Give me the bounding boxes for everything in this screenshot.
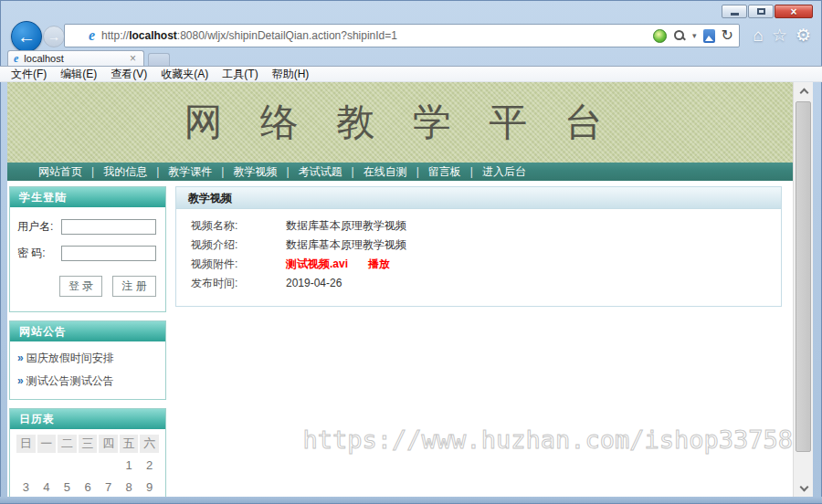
video-intro-row: 视频介绍: 数据库基本原理教学视频 (191, 236, 772, 255)
nav-home[interactable]: 网站首页 (33, 164, 88, 180)
back-button[interactable]: ← (11, 21, 42, 52)
menu-view[interactable]: 查看(V) (111, 67, 147, 82)
cal-date: 1 (120, 455, 139, 475)
cal-date: 2 (140, 455, 159, 475)
cal-date: 4 (37, 477, 57, 497)
nav-separator: | (217, 165, 227, 178)
watermark-text: https://www.huzhan.com/ishop33758 (303, 425, 793, 454)
menu-file[interactable]: 文件(F) (11, 67, 47, 82)
url-host: localhost (129, 29, 177, 42)
browser-window: × ← → e http://localhost:8080/wljx/shipi… (0, 0, 822, 504)
menu-tools[interactable]: 工具(T) (222, 67, 258, 82)
home-icon[interactable]: ⌂ (753, 25, 763, 47)
cal-date: 9 (140, 477, 159, 497)
refresh-icon[interactable]: ↻ (722, 28, 733, 43)
menu-help[interactable]: 帮助(H) (272, 67, 310, 82)
menu-bar: 文件(F) 编辑(E) 查看(V) 收藏夹(A) 工具(T) 帮助(H) (0, 66, 822, 82)
nav-self-test[interactable]: 在线自测 (358, 164, 413, 180)
scrollbar-thumb[interactable] (796, 101, 811, 452)
tab-title: localhost (24, 53, 128, 64)
video-attachment-row: 视频附件: 测试视频.avi播放 (191, 255, 772, 274)
window-titlebar: × (0, 0, 822, 20)
url-path: :8080/wljx/shipinDetailQian.action?shipi… (177, 29, 397, 42)
vertical-scrollbar[interactable] (793, 82, 813, 497)
login-panel: 学生登陆 用户名: 密 码: 登 录 注 册 (9, 186, 166, 312)
bullet-arrow-icon: » (17, 374, 24, 387)
cal-date: 6 (79, 477, 98, 497)
cal-day-header: 日 (16, 435, 36, 453)
new-tab-button[interactable] (148, 53, 170, 66)
cal-date (58, 455, 77, 475)
nav-admin[interactable]: 进入后台 (477, 164, 532, 180)
username-label: 用户名: (17, 219, 61, 235)
maximize-button[interactable] (748, 5, 774, 18)
login-panel-title: 学生登陆 (10, 187, 165, 207)
cal-date (79, 455, 98, 475)
cal-date: 8 (120, 477, 139, 497)
main-nav: 网站首页 | 我的信息 | 教学课件 | 教学视频 | 考试试题 | 在线自测 … (7, 163, 793, 181)
minimize-icon (731, 13, 739, 16)
nav-videos[interactable]: 教学视频 (227, 164, 282, 180)
browser-chrome: ← → e http://localhost:8080/wljx/shipinD… (0, 20, 822, 53)
address-bar[interactable]: e http://localhost:8080/wljx/shipinDetai… (64, 24, 740, 47)
minimize-button[interactable] (722, 5, 747, 18)
forward-button[interactable]: → (43, 26, 65, 47)
menu-favorites[interactable]: 收藏夹(A) (161, 67, 208, 82)
site-banner: 网 络 教 学 平 台 (7, 82, 793, 163)
favorites-star-icon[interactable]: ☆ (772, 25, 787, 47)
url-protocol: http:// (101, 29, 129, 42)
menu-edit[interactable]: 编辑(E) (60, 67, 97, 82)
cal-date: 3 (16, 477, 36, 497)
cal-day-header: 二 (58, 435, 77, 453)
tab-favicon-icon: e (14, 52, 18, 66)
nav-exam-questions[interactable]: 考试试题 (293, 164, 348, 180)
password-label: 密 码: (17, 246, 61, 261)
announcement-link[interactable]: »国庆放假时间安排 (17, 347, 158, 370)
attachment-file-link[interactable]: 测试视频.avi (286, 257, 348, 270)
chevron-down-icon (799, 482, 808, 491)
nav-separator: | (348, 165, 358, 178)
close-button[interactable]: × (775, 5, 813, 18)
play-link[interactable]: 播放 (368, 257, 390, 270)
scroll-up-button[interactable] (794, 82, 814, 99)
register-button[interactable]: 注 册 (112, 276, 155, 297)
announcement-link[interactable]: »测试公告测试公告 (17, 370, 158, 393)
tab-strip: e localhost × (0, 50, 822, 66)
announcement-text: 测试公告测试公告 (26, 374, 114, 387)
search-dropdown-icon[interactable]: ▾ (692, 31, 697, 40)
calendar-grid: 日 一 二 三 四 五 六 1 (16, 435, 159, 497)
ie-favicon-icon: e (89, 27, 95, 44)
nav-message-board[interactable]: 留言板 (423, 164, 467, 180)
sidebar: 学生登陆 用户名: 密 码: 登 录 注 册 (9, 186, 166, 497)
nav-separator: | (153, 165, 163, 178)
window-controls: × (721, 5, 813, 18)
tab-close-icon[interactable]: × (128, 52, 138, 65)
login-button[interactable]: 登 录 (59, 276, 102, 297)
addressbar-status-icon[interactable] (653, 29, 667, 43)
announcements-panel: 网站公告 »国庆放假时间安排 »测试公告测试公告 (9, 320, 166, 400)
video-detail-panel: 教学视频 视频名称: 数据库基本原理教学视频 视频介绍: 数据库基本原理教学视频… (175, 186, 782, 307)
username-input[interactable] (61, 219, 156, 235)
password-input[interactable] (61, 246, 156, 261)
video-name-value: 数据库基本原理教学视频 (286, 216, 406, 236)
publish-time-label: 发布时间: (191, 274, 286, 293)
url-text[interactable]: http://localhost:8080/wljx/shipinDetailQ… (101, 29, 653, 42)
nav-my-info[interactable]: 我的信息 (98, 164, 153, 180)
forward-icon: → (47, 29, 60, 44)
tab-localhost[interactable]: e localhost × (7, 50, 144, 66)
cal-date: 7 (99, 477, 118, 497)
cal-day-header: 三 (79, 435, 98, 453)
nav-separator: | (467, 165, 477, 178)
bullet-arrow-icon: » (17, 352, 24, 364)
cal-day-header: 六 (140, 435, 159, 453)
publish-time-value: 2019-04-26 (286, 274, 342, 293)
settings-gear-icon[interactable]: ⚙ (796, 25, 811, 47)
nav-courseware[interactable]: 教学课件 (163, 164, 217, 180)
cal-day-header: 四 (99, 435, 118, 453)
compatibility-view-icon[interactable] (703, 29, 715, 43)
close-icon: × (790, 6, 796, 17)
scroll-down-button[interactable] (794, 480, 814, 497)
video-intro-value: 数据库基本原理教学视频 (286, 236, 406, 255)
cal-date (99, 455, 118, 475)
search-icon[interactable] (673, 29, 686, 42)
